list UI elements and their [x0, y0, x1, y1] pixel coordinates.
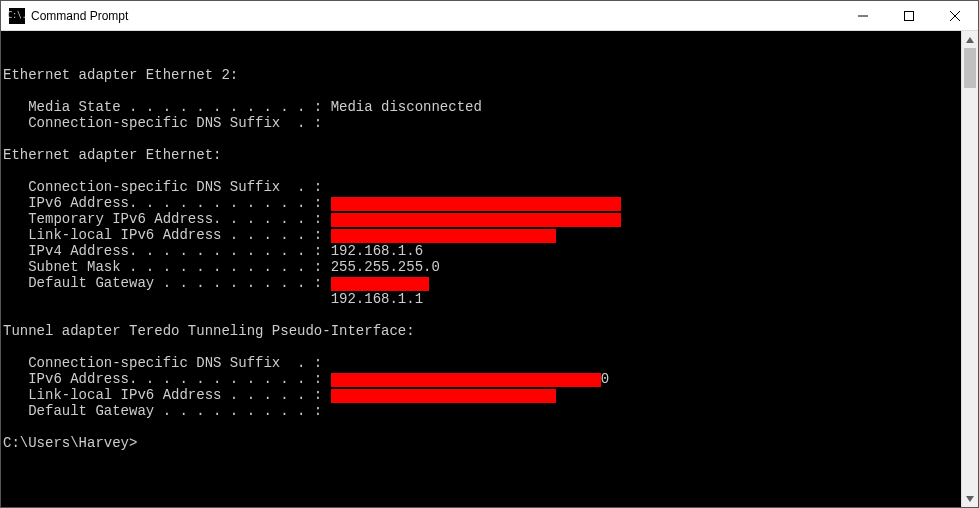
- redacted-value: [331, 229, 556, 243]
- blank-line: [3, 339, 959, 355]
- close-button[interactable]: [932, 1, 978, 31]
- redacted-value: [331, 373, 601, 387]
- blank-line: [3, 83, 959, 99]
- redacted-value: [331, 197, 621, 211]
- output-line: 192.168.1.1: [3, 291, 959, 307]
- output-line: IPv4 Address. . . . . . . . . . . : 192.…: [3, 243, 959, 259]
- minimize-icon: [858, 11, 868, 21]
- blank-line: [3, 35, 959, 51]
- window: C:\. Command Prompt Ethernet adapter Eth…: [0, 0, 979, 508]
- prompt: C:\Users\Harvey>: [3, 435, 137, 451]
- output-line: Link-local IPv6 Address . . . . . :: [3, 387, 959, 403]
- window-title: Command Prompt: [31, 9, 128, 23]
- close-icon: [950, 11, 960, 21]
- adapter-heading: Tunnel adapter Teredo Tunneling Pseudo-I…: [3, 323, 959, 339]
- output-line: IPv6 Address. . . . . . . . . . . : 0: [3, 371, 959, 387]
- scroll-up-button[interactable]: [962, 31, 978, 48]
- redacted-value: [331, 213, 621, 227]
- subnet-value: 255.255.255.0: [331, 259, 440, 275]
- client-area: Ethernet adapter Ethernet 2: Media State…: [1, 31, 978, 507]
- output-line: Connection-specific DNS Suffix . :: [3, 355, 959, 371]
- blank-line: [3, 307, 959, 323]
- blank-line: [3, 131, 959, 147]
- gateway-value: 192.168.1.1: [331, 291, 423, 307]
- minimize-button[interactable]: [840, 1, 886, 31]
- adapter-heading: Ethernet adapter Ethernet 2:: [3, 67, 959, 83]
- maximize-icon: [904, 11, 914, 21]
- blank-line: [3, 419, 959, 435]
- chevron-down-icon: [966, 496, 974, 502]
- blank-line: [3, 51, 959, 67]
- adapter-heading: Ethernet adapter Ethernet:: [3, 147, 959, 163]
- scroll-down-button[interactable]: [962, 490, 978, 507]
- terminal-output[interactable]: Ethernet adapter Ethernet 2: Media State…: [1, 31, 961, 507]
- blank-line: [3, 163, 959, 179]
- output-line: Link-local IPv6 Address . . . . . :: [3, 227, 959, 243]
- output-line: Connection-specific DNS Suffix . :: [3, 115, 959, 131]
- output-line: Subnet Mask . . . . . . . . . . . : 255.…: [3, 259, 959, 275]
- cmd-icon: C:\.: [9, 8, 25, 24]
- scroll-track[interactable]: [962, 48, 978, 490]
- svg-rect-1: [905, 11, 914, 20]
- output-line: Temporary IPv6 Address. . . . . . :: [3, 211, 959, 227]
- output-line: Connection-specific DNS Suffix . :: [3, 179, 959, 195]
- titlebar[interactable]: C:\. Command Prompt: [1, 1, 978, 31]
- output-line: Default Gateway . . . . . . . . . :: [3, 403, 959, 419]
- prompt-line[interactable]: C:\Users\Harvey>: [3, 435, 959, 451]
- redacted-value: [331, 277, 429, 291]
- maximize-button[interactable]: [886, 1, 932, 31]
- redacted-value: [331, 389, 556, 403]
- output-line: Default Gateway . . . . . . . . . :: [3, 275, 959, 291]
- vertical-scrollbar[interactable]: [961, 31, 978, 507]
- scroll-thumb[interactable]: [964, 48, 976, 88]
- ipv4-value: 192.168.1.6: [331, 243, 423, 259]
- output-line: Media State . . . . . . . . . . . : Medi…: [3, 99, 959, 115]
- chevron-up-icon: [966, 37, 974, 43]
- output-line: IPv6 Address. . . . . . . . . . . :: [3, 195, 959, 211]
